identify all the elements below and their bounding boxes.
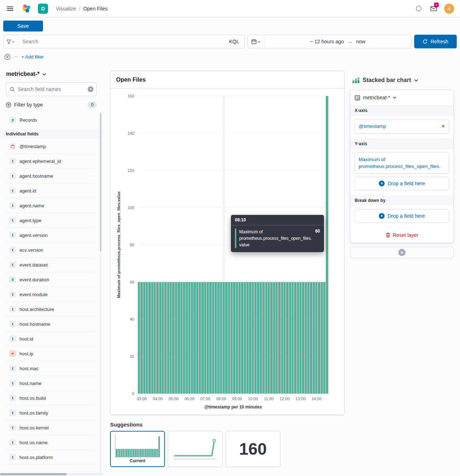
field-item[interactable]: thost.name (5, 376, 97, 391)
bar[interactable] (244, 282, 246, 394)
bar[interactable] (217, 282, 219, 394)
suggestion-metric-card[interactable]: 160 (225, 431, 280, 467)
bar[interactable] (292, 282, 294, 394)
bar[interactable] (201, 282, 203, 394)
bar[interactable] (233, 282, 235, 394)
field-item[interactable]: tagent.ephemeral_id (5, 154, 97, 169)
bar[interactable] (191, 282, 193, 394)
bar[interactable] (270, 282, 272, 394)
bar[interactable] (326, 96, 328, 394)
breakdown-drop-target[interactable]: + Drop a field here (355, 209, 449, 223)
bar[interactable] (215, 282, 217, 394)
suggestion-line-chart-card[interactable] (168, 431, 223, 467)
horizontal-scrollbar-thumb[interactable] (0, 473, 67, 475)
field-item[interactable]: thost.os.family (5, 406, 97, 420)
bar[interactable] (164, 282, 166, 394)
help-button[interactable] (411, 0, 426, 17)
bar[interactable] (138, 282, 140, 394)
date-popover-button[interactable] (248, 35, 264, 48)
bar[interactable] (260, 282, 262, 394)
bar[interactable] (146, 282, 148, 394)
bar[interactable] (276, 282, 278, 394)
bar[interactable] (310, 282, 312, 394)
bar[interactable] (246, 282, 249, 394)
field-item[interactable]: tagent.hostname (5, 169, 97, 183)
field-item[interactable]: #event.duration (5, 272, 97, 287)
chart-type-selector[interactable]: Stacked bar chart (352, 77, 454, 84)
menu-button[interactable] (3, 0, 17, 17)
bar[interactable] (172, 282, 174, 394)
filter-menu-icon[interactable] (4, 54, 10, 60)
bar[interactable] (257, 282, 259, 394)
bar[interactable] (305, 282, 307, 394)
field-item[interactable]: thost.hostname (5, 317, 97, 332)
bar[interactable] (204, 282, 206, 394)
time-range-display[interactable]: ~ 12 hours ago → now (264, 39, 411, 44)
field-item[interactable]: thost.architecture (5, 302, 97, 317)
bar[interactable] (249, 282, 251, 394)
bar[interactable] (238, 282, 241, 394)
bar[interactable] (151, 282, 153, 394)
suggestion-current-card[interactable]: Current (110, 431, 165, 467)
user-avatar[interactable]: e (444, 4, 454, 14)
bar[interactable] (162, 282, 164, 394)
bar[interactable] (262, 282, 264, 394)
x-axis-dimension-chip[interactable]: @timestamp ✕ (355, 119, 449, 134)
bar[interactable] (286, 282, 288, 394)
bar[interactable] (199, 282, 201, 394)
bar[interactable] (159, 282, 161, 394)
bar[interactable] (321, 282, 323, 394)
bar[interactable] (140, 282, 143, 394)
bar[interactable] (185, 282, 188, 394)
bar[interactable] (318, 282, 320, 394)
bar[interactable] (236, 282, 238, 394)
bar[interactable] (170, 282, 172, 394)
records-field-item[interactable]: # Records (5, 113, 97, 127)
y-axis-dimension-chip[interactable]: Maximum of prometheus.process_files_open… (355, 152, 449, 174)
bar[interactable] (212, 282, 214, 394)
field-search-input[interactable] (15, 86, 88, 92)
bar[interactable] (294, 282, 296, 394)
field-item[interactable]: thost.os.name (5, 435, 97, 450)
field-item[interactable]: IPhost.ip (5, 346, 97, 361)
field-item[interactable]: thost.os.platform (5, 450, 97, 465)
bar[interactable] (178, 282, 180, 394)
bar[interactable] (148, 282, 150, 394)
field-item[interactable]: tevent.dataset (5, 258, 97, 272)
bar[interactable] (193, 282, 196, 394)
breadcrumb-visualize[interactable]: Visualize (56, 6, 76, 12)
bar[interactable] (278, 282, 280, 394)
index-pattern-switcher[interactable]: metricbeat-* (0, 71, 104, 77)
bar[interactable] (220, 282, 222, 394)
layer-index-pattern-button[interactable]: metricbeat-* (350, 90, 454, 105)
reset-layer-button[interactable]: Reset layer (350, 228, 454, 243)
bar[interactable] (254, 282, 257, 394)
bar[interactable] (273, 282, 275, 394)
field-item[interactable]: tagent.id (5, 183, 97, 198)
saved-query-menu-button[interactable] (4, 35, 18, 48)
field-item[interactable]: tagent.version (5, 228, 97, 243)
bar[interactable] (284, 282, 286, 394)
bar[interactable] (297, 282, 299, 394)
field-item[interactable]: thost.id (5, 332, 97, 346)
field-item[interactable]: thost.mac (5, 361, 97, 376)
newsfeed-button[interactable] (426, 0, 441, 17)
space-avatar[interactable]: D (38, 4, 48, 14)
bar[interactable] (307, 282, 310, 394)
bar[interactable] (299, 282, 302, 394)
bar[interactable] (188, 282, 190, 394)
bar[interactable] (154, 282, 156, 394)
field-item[interactable]: tagent.name (5, 198, 97, 213)
field-item[interactable]: @timestamp (5, 139, 97, 154)
clear-search-icon[interactable]: ✕ (88, 86, 93, 92)
remove-dimension-icon[interactable]: ✕ (441, 124, 445, 129)
elastic-logo[interactable] (18, 0, 35, 17)
add-filter-button[interactable]: + Add filter (21, 54, 44, 60)
field-item[interactable]: thost.os.build (5, 391, 97, 406)
save-button[interactable]: Save (3, 21, 43, 31)
refresh-button[interactable]: Refresh (414, 35, 457, 48)
bar[interactable] (268, 282, 270, 394)
sidebar-scrollbar-thumb[interactable] (100, 113, 101, 252)
bar[interactable] (228, 282, 230, 394)
bar[interactable] (281, 282, 283, 394)
